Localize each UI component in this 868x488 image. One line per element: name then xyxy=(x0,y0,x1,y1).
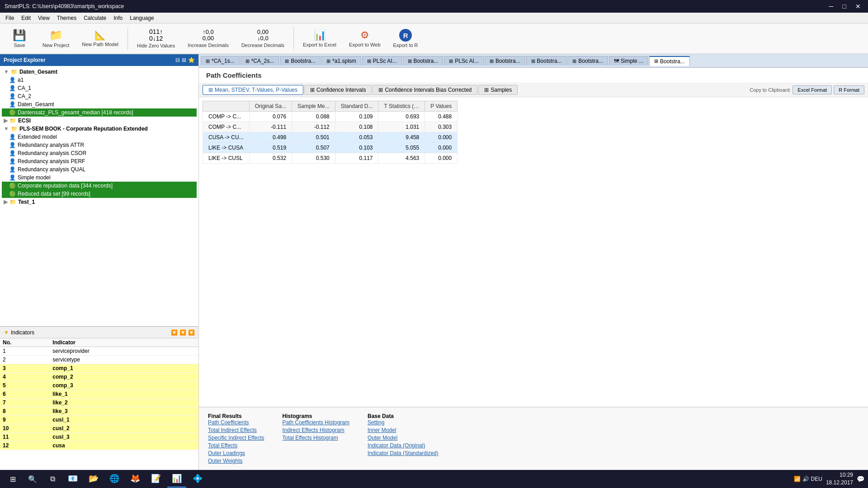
tree-item-red-perf[interactable]: 👤 Redundancy analysis PERF xyxy=(2,157,197,165)
hide-zero-values-button[interactable]: 011↑0↓12 Hide Zero Values xyxy=(132,25,180,52)
notification-icon[interactable]: 💬 xyxy=(857,475,864,483)
export-web-button[interactable]: ⚙ Export to Web xyxy=(344,25,386,52)
link-path-coefficients[interactable]: Path Coefficients xyxy=(208,419,264,426)
task-view-button[interactable]: ⧉ xyxy=(43,470,61,488)
tree-item-dataset-median[interactable]: 🟢 Dantensatz_PLS_gesamt_median [418 reco… xyxy=(2,108,197,117)
link-total-indirect[interactable]: Total Indirect Effects xyxy=(208,427,264,433)
minimize-button[interactable]: ─ xyxy=(826,2,836,11)
decrease-decimals-button[interactable]: 0,00↓0,0 Decrease Decimals xyxy=(236,25,290,52)
expand-icon[interactable]: ⊞ xyxy=(182,57,186,63)
indicator-row[interactable]: 5 comp_3 xyxy=(0,381,198,390)
tree-item-ca1[interactable]: 👤 CA_1 xyxy=(2,84,197,92)
tree-item-extended[interactable]: 👤 Extended model xyxy=(2,133,197,141)
link-outer-weights[interactable]: Outer Weights xyxy=(208,458,264,464)
tree-item-red-qual[interactable]: 👤 Redundancy analysis QUAL xyxy=(2,165,197,174)
r-format-button[interactable]: R Format xyxy=(834,85,864,94)
tree-item-daten-gesamt-sub[interactable]: 👤 Daten_Gesamt xyxy=(2,100,197,108)
tab-simple[interactable]: 🗺 Simple ... xyxy=(609,56,648,66)
tab-bootstrap3[interactable]: ⊞ Bootstra... xyxy=(485,56,525,66)
link-path-coeff-hist[interactable]: Path Coefficients Histogram xyxy=(283,419,350,426)
sub-tab-mean[interactable]: ⊞ Mean, STDEV, T-Values, P-Values xyxy=(203,85,303,95)
menu-view[interactable]: View xyxy=(34,14,53,22)
sub-tab-samples[interactable]: ⊞ Samples xyxy=(478,85,518,95)
tab-bootstrap6[interactable]: ⊞ Bootstra... xyxy=(649,56,690,66)
tree-item-test1[interactable]: ▶ 📁 Test_1 xyxy=(2,198,197,206)
table-row[interactable]: LIKE -> CUSL 0.532 0.530 0.117 4.563 0.0… xyxy=(203,153,458,164)
indicator-row[interactable]: 7 like_2 xyxy=(0,399,198,407)
sub-tab-ci[interactable]: ⊞ Confidence Intervals xyxy=(304,85,372,95)
indicator-row[interactable]: 6 like_1 xyxy=(0,390,198,399)
link-setting[interactable]: Setting xyxy=(368,419,439,426)
indicator-row[interactable]: 9 cusl_1 xyxy=(0,416,198,424)
taskbar-explorer[interactable]: 📂 xyxy=(84,470,103,488)
menu-edit[interactable]: Edit xyxy=(18,14,34,22)
tree-item-reduced-data[interactable]: 🟢 Reduced data set [99 records] xyxy=(2,190,197,198)
taskbar-outlook[interactable]: 📧 xyxy=(63,470,82,488)
table-row[interactable]: COMP -> C... 0.076 0.088 0.109 0.693 0.4… xyxy=(203,112,458,122)
indicator-row[interactable]: 3 comp_1 xyxy=(0,364,198,373)
new-path-model-button[interactable]: 📐 New Path Model xyxy=(76,25,124,52)
indicator-row[interactable]: 11 cusl_3 xyxy=(0,433,198,441)
link-inner-model[interactable]: Inner Model xyxy=(368,427,439,433)
excel-format-button[interactable]: Excel Format xyxy=(793,85,832,94)
taskbar-app2[interactable]: 💠 xyxy=(188,470,207,488)
tab-ca2[interactable]: ⊞ *CA_2s... xyxy=(241,56,279,66)
indicator-row[interactable]: 10 cusl_2 xyxy=(0,424,198,433)
link-indicator-original[interactable]: Indicator Data (Original) xyxy=(368,442,439,449)
indicator-row[interactable]: 2 servicetype xyxy=(0,356,198,364)
table-row[interactable]: COMP -> C... -0.111 -0.112 0.108 1.031 0… xyxy=(203,122,458,132)
link-outer-model[interactable]: Outer Model xyxy=(368,435,439,441)
link-total-hist[interactable]: Total Effects Histogram xyxy=(283,435,350,441)
collapse-icon[interactable]: ⊟ xyxy=(175,57,180,63)
increase-decimals-button[interactable]: ↑0,00,00 Increase Decimals xyxy=(182,25,234,52)
tab-a1splsm[interactable]: ⊞ *a1.splsm xyxy=(321,56,361,66)
taskbar-firefox[interactable]: 🦊 xyxy=(126,470,145,488)
tab-bootstrap5[interactable]: ⊞ Bootstra... xyxy=(567,56,608,66)
menu-file[interactable]: File xyxy=(2,14,18,22)
tab-bootstrap4[interactable]: ⊞ Bootstra... xyxy=(526,56,567,66)
indicator-row[interactable]: 4 comp_2 xyxy=(0,373,198,381)
indicator-row[interactable]: 12 cusa xyxy=(0,441,198,450)
tree-item-simple[interactable]: 👤 Simple model xyxy=(2,174,197,182)
filter3-icon[interactable]: 🔽 xyxy=(188,329,195,336)
link-specific-indirect[interactable]: Specific Indirect Effects xyxy=(208,435,264,441)
tab-plscai2[interactable]: ⊞ PLSc AI... xyxy=(444,56,484,66)
tree-item-a1[interactable]: 👤 a1 xyxy=(2,76,197,84)
indicator-row[interactable]: 1 serviceprovider xyxy=(0,347,198,356)
link-outer-loadings[interactable]: Outer Loadings xyxy=(208,450,264,456)
tab-plscai[interactable]: ⊞ PLSc AI... xyxy=(362,56,402,66)
link-indirect-hist[interactable]: Indirect Effects Histogram xyxy=(283,427,350,433)
search-button[interactable]: 🔍 xyxy=(24,470,42,488)
close-button[interactable]: ✕ xyxy=(853,2,863,11)
new-project-button[interactable]: 📁 New Project xyxy=(37,25,75,52)
tree-item-red-csor[interactable]: 👤 Redundancy analysis CSOR xyxy=(2,149,197,157)
tab-bootstrap1[interactable]: ⊞ Bootstra... xyxy=(280,56,321,66)
taskbar-word[interactable]: 📝 xyxy=(146,470,165,488)
menu-language[interactable]: Language xyxy=(126,14,157,22)
tree-item-ecsi[interactable]: ▶ 📁 ECSI xyxy=(2,117,197,125)
export-r-button[interactable]: R Export to R xyxy=(388,25,424,52)
start-button[interactable]: ⊞ xyxy=(4,470,22,488)
export-excel-button[interactable]: 📊 Export to Excel xyxy=(297,25,342,52)
taskbar-smartpls[interactable]: 📊 xyxy=(167,470,186,488)
maximize-button[interactable]: □ xyxy=(840,2,849,11)
indicator-row[interactable]: 8 like_3 xyxy=(0,407,198,416)
menu-themes[interactable]: Themes xyxy=(53,14,80,22)
tree-item-red-attr[interactable]: 👤 Redundancy analysis ATTR xyxy=(2,141,197,149)
link-indicator-std[interactable]: Indicator Data (Standardized) xyxy=(368,450,439,456)
tree-item-ca2[interactable]: 👤 CA_2 xyxy=(2,92,197,100)
tree-item-plssem[interactable]: ▼ 📁 PLS-SEM BOOK - Corporate Reputation … xyxy=(2,125,197,133)
save-button[interactable]: 💾 Save xyxy=(4,25,35,52)
table-row[interactable]: CUSA -> CU... 0.498 0.501 0.053 9.458 0.… xyxy=(203,132,458,143)
tab-ca1[interactable]: ⊞ *CA_1s... xyxy=(201,56,240,66)
tree-item-daten-gesamt[interactable]: ▼ 📁 Daten_Gesamt xyxy=(2,68,197,76)
filter1-icon[interactable]: 🔽 xyxy=(171,329,178,336)
star-icon[interactable]: ⭐ xyxy=(188,57,195,63)
menu-info[interactable]: Info xyxy=(110,14,126,22)
tab-bootstrap2[interactable]: ⊞ Bootstra... xyxy=(403,56,443,66)
sub-tab-ci-bc[interactable]: ⊞ Confidence Intervals Bias Corrected xyxy=(373,85,477,95)
taskbar-chrome[interactable]: 🌐 xyxy=(105,470,124,488)
link-total-effects[interactable]: Total Effects xyxy=(208,442,264,449)
table-row[interactable]: LIKE -> CUSA 0.519 0.507 0.103 5.055 0.0… xyxy=(203,143,458,153)
tree-item-corp-data[interactable]: 🟢 Corporate reputation data [344 records… xyxy=(2,182,197,190)
